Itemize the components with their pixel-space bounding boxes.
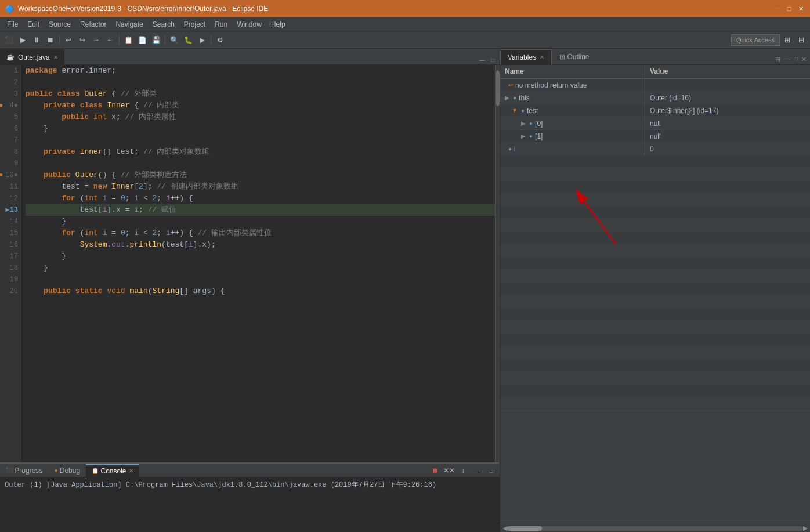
maximize-editor-btn[interactable]: □	[488, 55, 497, 64]
scrollbar-thumb	[507, 526, 542, 531]
toolbar-btn-3[interactable]: ⏸	[30, 34, 43, 46]
var-row-empty-19	[500, 385, 810, 398]
variables-scrollbar[interactable]: ◀ ▶	[500, 524, 810, 532]
maximize-button[interactable]: □	[784, 4, 794, 13]
scroll-left-btn[interactable]: ◀	[502, 524, 507, 532]
value-column-header: Value	[645, 65, 810, 78]
editor-tabs: ☕ Outer.java ✕ — □	[0, 49, 500, 65]
console-maximize-btn[interactable]: □	[484, 464, 497, 477]
code-line-9	[26, 158, 495, 169]
name-column-header: Name	[500, 65, 645, 78]
minimize-editor-btn[interactable]: —	[478, 55, 487, 64]
code-line-11: test = new Inner[2]; // 创建内部类对象数组	[26, 181, 495, 193]
bottom-tab-console[interactable]: 📋 Console ✕	[86, 464, 139, 477]
var-row-i[interactable]: ● i 0	[500, 143, 810, 155]
menu-file[interactable]: File	[2, 19, 23, 30]
var-row-this[interactable]: ▶ ● this Outer (id=16)	[500, 92, 810, 104]
left-panel: ☕ Outer.java ✕ — □ 1 2 3 4● 5	[0, 49, 500, 532]
toolbar-btn-7[interactable]: →	[90, 34, 103, 46]
toolbar-btn-6[interactable]: ↪	[76, 34, 89, 46]
menu-edit[interactable]: Edit	[23, 19, 44, 30]
toolbar-btn-10[interactable]: 📄	[136, 34, 149, 46]
menu-run[interactable]: Run	[210, 19, 232, 30]
toolbar-btn-4[interactable]: ⏹	[44, 34, 57, 46]
variables-header: Name Value	[500, 65, 810, 79]
menu-search[interactable]: Search	[148, 19, 179, 30]
code-line-5: public int x; // 内部类属性	[26, 111, 495, 123]
menu-window[interactable]: Window	[232, 19, 266, 30]
var-value-test: Outer$Inner[2] (id=17)	[645, 104, 810, 117]
bottom-tab-progress[interactable]: ⬛ Progress	[0, 464, 48, 477]
menu-project[interactable]: Project	[179, 19, 210, 30]
vars-minimize[interactable]: —	[783, 55, 791, 64]
console-tab-close[interactable]: ✕	[129, 468, 133, 474]
tab-file-icon: ☕	[6, 53, 15, 61]
toolbar-btn-2[interactable]: ▶	[16, 34, 29, 46]
line-num-2: 2	[0, 77, 18, 88]
variables-tab-close[interactable]: ✕	[540, 54, 544, 60]
line-num-17: 17	[0, 251, 18, 262]
var-row-arr0[interactable]: ▶ ● [0] null	[500, 117, 810, 130]
toolbar-btn-11[interactable]: 💾	[150, 34, 162, 46]
var-value-this: Outer (id=16)	[645, 92, 810, 104]
code-line-7	[26, 135, 495, 146]
toolbar-btn-14[interactable]: ▶	[196, 34, 208, 46]
line-num-18: 18	[0, 262, 18, 274]
code-line-6: }	[26, 123, 495, 135]
var-name-i: ● i	[500, 143, 645, 155]
line-num-10: 10●	[0, 169, 18, 181]
menu-source[interactable]: Source	[44, 19, 75, 30]
quick-access-field[interactable]: Quick Access	[731, 34, 780, 46]
console-line: Outer (1) [Java Application] C:\Program …	[5, 481, 436, 489]
var-row-arr1[interactable]: ▶ ● [1] null	[500, 130, 810, 143]
toolbar-btn-17[interactable]: ⊟	[795, 34, 808, 46]
variables-tab[interactable]: Variables ✕	[500, 49, 552, 64]
line-num-19: 19	[0, 274, 18, 285]
toolbar-btn-15[interactable]: ⚙	[214, 34, 226, 46]
toolbar-btn-5[interactable]: ↩	[62, 34, 75, 46]
scroll-right-btn[interactable]: ▶	[803, 524, 808, 532]
line-num-14: 14	[0, 216, 18, 227]
minimize-button[interactable]: ─	[773, 4, 782, 13]
toolbar-btn-16[interactable]: ⊞	[781, 34, 794, 46]
code-editor[interactable]: 1 2 3 4● 5 6 7 8 9 10● 11 12 ▶13 14	[0, 65, 495, 462]
menu-navigate[interactable]: Navigate	[111, 19, 147, 30]
var-row-test[interactable]: ▼ ● test Outer$Inner[2] (id=17)	[500, 104, 810, 117]
menu-help[interactable]: Help	[266, 19, 290, 30]
line-num-3: 3	[0, 88, 18, 100]
var-row-empty-11	[500, 283, 810, 296]
var-row-empty-10	[500, 270, 810, 283]
editor-tab-outer-java[interactable]: ☕ Outer.java ✕	[0, 49, 64, 64]
outline-tab[interactable]: ⊞ Outline	[552, 49, 596, 64]
line-num-5: 5	[0, 111, 18, 123]
title-bar: 🔷 WorkspaceOneForVersion2019-3 - CSDN/sr…	[0, 0, 810, 17]
console-minimize-btn[interactable]: —	[471, 464, 483, 477]
close-button[interactable]: ✕	[796, 4, 805, 13]
console-clear-btn[interactable]: ✕✕	[443, 464, 455, 477]
bottom-tabs: ⬛ Progress ● Debug 📋 Console ✕ ⏹ ✕✕ ↓ —	[0, 464, 500, 477]
code-line-10: public Outer() { // 外部类构造方法	[26, 169, 495, 181]
toolbar-btn-9[interactable]: 📋	[122, 34, 135, 46]
vars-close[interactable]: ✕	[800, 55, 808, 64]
bottom-tab-actions: ⏹ ✕✕ ↓ — □	[429, 464, 500, 477]
bottom-tab-debug[interactable]: ● Debug	[48, 464, 86, 477]
var-row-no-method[interactable]: ↩ no method return value	[500, 79, 810, 92]
toolbar-btn-1[interactable]: ⬛	[2, 34, 15, 46]
console-scroll-btn[interactable]: ↓	[457, 464, 469, 477]
editor-tab-actions: — □	[478, 55, 500, 64]
code-line-4: private class Inner { // 内部类	[26, 100, 495, 111]
var-name-no-method: ↩ no method return value	[500, 79, 645, 91]
menu-refactor[interactable]: Refactor	[75, 19, 111, 30]
vars-maximize[interactable]: □	[793, 55, 799, 64]
code-line-8: private Inner[] test; // 内部类对象数组	[26, 146, 495, 158]
toolbar-btn-12[interactable]: 🔍	[168, 34, 180, 46]
tab-close-btn[interactable]: ✕	[53, 54, 58, 60]
menu-bar: File Edit Source Refactor Navigate Searc…	[0, 17, 810, 31]
stop-btn[interactable]: ⏹	[429, 464, 442, 477]
var-value-arr0: null	[645, 117, 810, 129]
vars-view-menu[interactable]: ⊞	[774, 55, 782, 64]
toolbar-btn-8[interactable]: ←	[104, 34, 117, 46]
toolbar-btn-13[interactable]: 🐛	[182, 34, 194, 46]
code-content[interactable]: package error.inner; public class Outer …	[21, 65, 495, 462]
line-num-4: 4●	[0, 100, 18, 111]
